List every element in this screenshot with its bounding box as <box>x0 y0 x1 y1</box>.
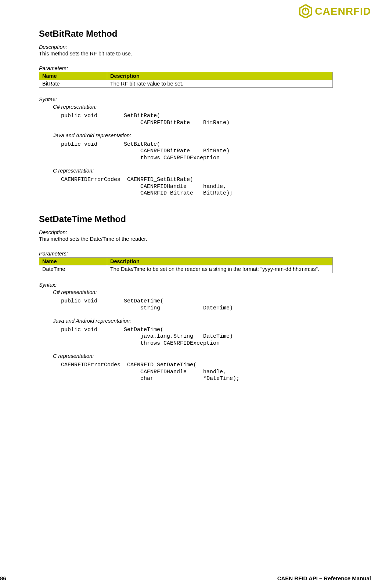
param-name: BitRate <box>39 80 107 88</box>
code-block: public void SetBitRate( CAENRFIDBitRate … <box>61 113 333 127</box>
description-text: This method sets the RF bit rate to use. <box>39 51 333 57</box>
parameters-label: Parameters: <box>39 251 333 257</box>
representation-label: C# representation: <box>53 289 333 295</box>
param-desc: The Date/Time to be set on the reader as… <box>107 265 333 273</box>
description-label: Description: <box>39 229 333 235</box>
svg-rect-2 <box>305 8 306 11</box>
representation-label: Java and Android representation: <box>53 318 333 324</box>
parameters-label: Parameters: <box>39 65 333 71</box>
representation-label: C representation: <box>53 353 333 359</box>
code-block: CAENRFIDErrorCodes CAENRFID_SetBitRate( … <box>61 177 333 197</box>
representation-label: C# representation: <box>53 104 333 110</box>
param-name: DateTime <box>39 265 107 273</box>
representation-label: Java and Android representation: <box>53 133 333 138</box>
footer-title: CAEN RFID API – Reference Manual <box>277 575 371 581</box>
brand-hex-icon <box>299 4 313 18</box>
representation-label: C representation: <box>53 168 333 174</box>
description-text: This method sets the Date/Time of the re… <box>39 236 333 242</box>
table-row: BitRate The RF bit rate value to be set. <box>39 80 333 88</box>
parameters-table: Name Description DateTime The Date/Time … <box>39 257 333 273</box>
syntax-block: C# representation: public void SetDateTi… <box>39 289 333 382</box>
brand-text: CAENRFID <box>315 6 371 17</box>
method-title: SetDateTime Method <box>39 214 333 224</box>
page-number: 86 <box>0 575 6 581</box>
syntax-block: C# representation: public void SetBitRat… <box>39 104 333 197</box>
param-desc: The RF bit rate value to be set. <box>107 80 333 88</box>
code-block: public void SetDateTime( string DateTime… <box>61 298 333 312</box>
table-row: DateTime The Date/Time to be set on the … <box>39 265 333 273</box>
page-content: SetBitRate Method Description: This meth… <box>39 29 333 397</box>
brand-logo: CAENRFID <box>299 4 371 18</box>
param-header-desc: Description <box>107 72 333 80</box>
param-header-name: Name <box>39 258 107 265</box>
code-block: public void SetDateTime( java.lang.Strin… <box>61 327 333 347</box>
parameters-table: Name Description BitRate The RF bit rate… <box>39 72 333 88</box>
description-label: Description: <box>39 44 333 50</box>
code-block: CAENRFIDErrorCodes CAENRFID_SetDateTime(… <box>61 362 333 382</box>
param-header-desc: Description <box>107 258 333 265</box>
syntax-label: Syntax: <box>39 97 333 102</box>
param-header-name: Name <box>39 72 107 80</box>
page-footer: 86 CAEN RFID API – Reference Manual <box>0 575 371 581</box>
syntax-label: Syntax: <box>39 282 333 288</box>
code-block: public void SetBitRate( CAENRFIDBitRate … <box>61 141 333 162</box>
method-title: SetBitRate Method <box>39 29 333 39</box>
